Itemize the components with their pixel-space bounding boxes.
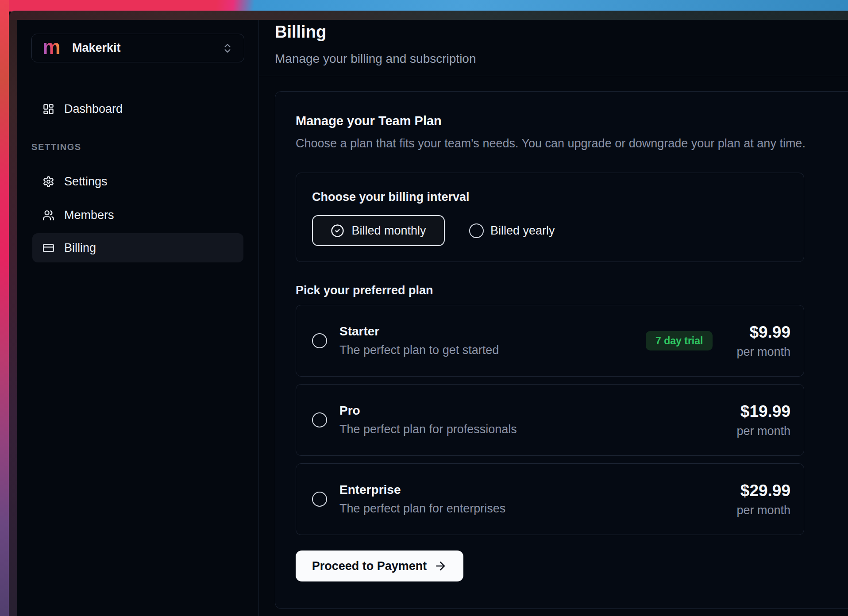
page-subtitle: Manage your billing and subscription	[275, 52, 476, 66]
team-name: Makerkit	[72, 41, 121, 55]
page-title: Billing	[275, 23, 326, 42]
sidebar-item-label: Settings	[64, 175, 108, 189]
plan-price: $19.99	[736, 402, 790, 421]
app-root: m Makerkit Dashboard SETTINGS	[17, 20, 848, 616]
users-icon	[42, 209, 54, 221]
proceed-to-payment-label: Proceed to Payment	[312, 559, 427, 573]
plan-row-pro[interactable]: Pro The perfect plan for professionals $…	[296, 384, 804, 456]
check-circle-icon	[331, 224, 344, 238]
header-divider	[259, 76, 848, 76]
radio-circle-icon[interactable]	[312, 333, 327, 348]
plan-period: per month	[736, 504, 790, 517]
plan-row-enterprise[interactable]: Enterprise The perfect plan for enterpri…	[296, 463, 804, 535]
chevrons-up-down-icon	[222, 42, 233, 54]
plan-row-starter[interactable]: Starter The perfect plan to get started …	[296, 305, 804, 377]
plan-name: Enterprise	[339, 483, 505, 497]
window-titlebar	[9, 11, 848, 20]
team-plan-card: Manage your Team Plan Choose a plan that…	[275, 91, 848, 609]
plan-price: $9.99	[736, 323, 790, 342]
billed-yearly-option[interactable]: Billed yearly	[469, 223, 555, 238]
sidebar-item-members[interactable]: Members	[32, 200, 243, 230]
makerkit-logo-icon: m	[42, 37, 61, 57]
gear-icon	[42, 176, 54, 188]
billed-yearly-label: Billed yearly	[490, 224, 555, 238]
desktop-wallpaper-top	[0, 0, 848, 12]
plan-name: Pro	[339, 404, 517, 418]
radio-circle-icon[interactable]	[312, 492, 327, 507]
card-subtitle: Choose a plan that fits your team's need…	[296, 136, 848, 151]
sidebar: m Makerkit Dashboard SETTINGS	[17, 20, 259, 616]
plan-picker-label: Pick your preferred plan	[296, 283, 848, 297]
plan-period: per month	[736, 424, 790, 438]
billing-interval-group: Choose your billing interval Billed mont…	[296, 173, 804, 262]
plan-name: Starter	[339, 324, 499, 339]
sidebar-section-settings: SETTINGS	[31, 142, 81, 152]
billed-monthly-label: Billed monthly	[351, 224, 426, 238]
sidebar-item-label: Dashboard	[64, 102, 123, 116]
dashboard-icon	[42, 103, 54, 115]
card-title: Manage your Team Plan	[296, 113, 848, 129]
plan-description: The perfect plan to get started	[339, 343, 499, 357]
billed-monthly-option[interactable]: Billed monthly	[312, 215, 445, 246]
billing-interval-label: Choose your billing interval	[312, 190, 804, 204]
proceed-to-payment-button[interactable]: Proceed to Payment	[296, 551, 463, 581]
plan-period: per month	[736, 345, 790, 359]
plan-description: The perfect plan for professionals	[339, 423, 517, 436]
sidebar-item-label: Billing	[64, 241, 96, 255]
arrow-right-icon	[434, 559, 447, 573]
sidebar-item-label: Members	[64, 208, 114, 222]
app-window: m Makerkit Dashboard SETTINGS	[9, 11, 848, 616]
team-selector-button[interactable]: m Makerkit	[31, 34, 244, 62]
radio-circle-icon	[469, 223, 484, 238]
radio-circle-icon[interactable]	[312, 412, 327, 427]
trial-badge: 7 day trial	[646, 331, 713, 350]
main-content: Billing Manage your billing and subscrip…	[259, 20, 848, 616]
credit-card-icon	[42, 242, 54, 254]
plan-price: $29.99	[736, 481, 790, 500]
sidebar-item-settings[interactable]: Settings	[32, 167, 243, 196]
sidebar-item-dashboard[interactable]: Dashboard	[32, 94, 243, 123]
desktop-wallpaper-left	[0, 0, 9, 616]
plan-description: The perfect plan for enterprises	[339, 502, 505, 516]
sidebar-item-billing[interactable]: Billing	[32, 233, 243, 262]
